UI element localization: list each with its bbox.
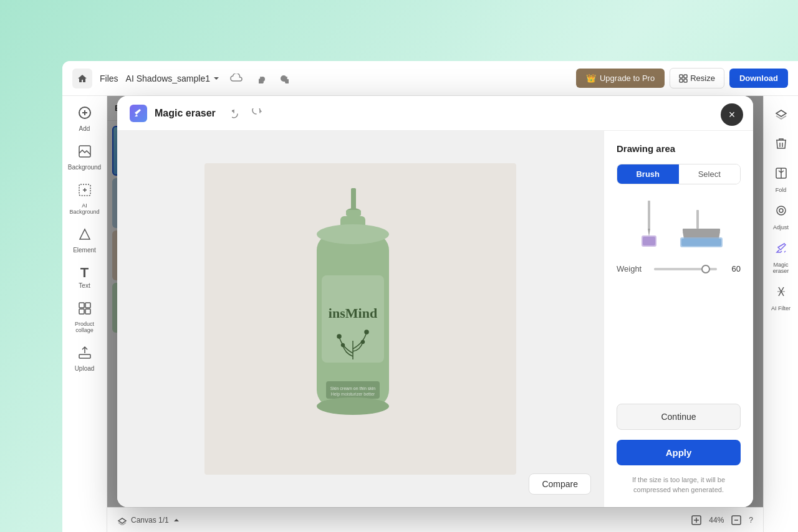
chevron-up-icon [173, 516, 180, 524]
ai-background-icon [78, 183, 92, 200]
svg-rect-41 [696, 210, 699, 229]
home-button[interactable] [72, 69, 92, 88]
sidebar-label-text: Text [79, 282, 90, 289]
svg-rect-45 [681, 239, 721, 246]
modal-close-button[interactable]: × [721, 103, 743, 126]
crown-icon: 👑 [586, 74, 596, 83]
svg-point-17 [779, 209, 783, 212]
magic-eraser-button[interactable] [769, 235, 794, 260]
fold-button[interactable] [769, 161, 794, 186]
upgrade-button[interactable]: 👑 Upgrade to Pro [576, 69, 665, 88]
element-icon [78, 227, 92, 244]
text-icon: T [80, 266, 89, 280]
adjust-label: Adjust [769, 224, 794, 230]
modal-redo-button[interactable] [248, 105, 266, 122]
svg-point-36 [317, 397, 389, 415]
fold-label: Fold [769, 187, 794, 193]
sidebar-item-text[interactable]: T Text [66, 261, 103, 294]
sidebar-item-ai-background[interactable]: AI Background [66, 178, 103, 220]
modal-title: Magic eraser [155, 108, 216, 119]
editor-window: Files AI Shadows_sample1 [62, 61, 798, 532]
top-bar-right: 👑 Upgrade to Pro Resize Download [576, 68, 788, 88]
right-sidebar: Fold Adjust Magic eraser [763, 96, 798, 532]
files-link[interactable]: Files [100, 74, 118, 83]
magic-eraser-modal: Magic eraser × [117, 96, 753, 507]
continue-button[interactable]: Continue [617, 404, 741, 430]
modal-body: insMind [117, 131, 753, 507]
adjust-button[interactable] [769, 198, 794, 223]
weight-row: Weight 60 [617, 264, 741, 273]
sidebar-item-element[interactable]: Element [66, 222, 103, 259]
svg-rect-37 [648, 201, 650, 229]
zoom-level: 44% [709, 516, 724, 525]
hard-brush-item[interactable] [676, 209, 726, 249]
magic-eraser-label: Magic eraser [764, 262, 798, 274]
fold-group: Fold [769, 161, 794, 193]
layers-button[interactable] [769, 101, 794, 126]
bottom-bar-right: 44% ? [691, 515, 753, 525]
sidebar-item-product-collage[interactable]: Product collage [66, 297, 103, 338]
zoom-icon [691, 515, 701, 525]
ai-filter-button[interactable] [769, 279, 794, 304]
canvas-info: Canvas 1/1 [117, 515, 180, 525]
modal-tool-icon [130, 105, 147, 122]
svg-point-29 [337, 335, 341, 338]
brush-icons-row [617, 194, 741, 254]
svg-text:Help moisturizer better: Help moisturizer better [331, 392, 375, 397]
svg-marker-9 [80, 229, 90, 239]
svg-rect-3 [684, 79, 687, 82]
sidebar-item-upload[interactable]: Upload [66, 341, 103, 377]
project-name[interactable]: AI Shadows_sample1 [126, 74, 220, 83]
sidebar-label-element: Element [73, 247, 96, 254]
ai-filter-group: AI Filter [769, 279, 794, 311]
svg-point-30 [365, 330, 368, 334]
brush-select-tabs: Brush Select [617, 164, 741, 184]
weight-label: Weight [617, 264, 648, 273]
delete-button[interactable] [769, 131, 794, 156]
product-image: insMind [204, 163, 516, 475]
sidebar-label-add: Add [79, 125, 90, 132]
modal-canvas: insMind [117, 131, 603, 507]
modal-undo-button[interactable] [228, 105, 246, 122]
sidebar-label-upload: Upload [75, 365, 95, 372]
soft-brush-item[interactable] [632, 199, 666, 249]
help-icon[interactable]: ? [749, 516, 753, 525]
undo-button[interactable] [255, 70, 272, 87]
sidebar-item-background[interactable]: Background [66, 140, 103, 176]
drawing-panel: Drawing area Brush Select [603, 131, 753, 507]
svg-rect-13 [85, 309, 90, 314]
download-button[interactable]: Download [729, 69, 788, 88]
product-collage-icon [78, 302, 92, 318]
svg-text:insMind: insMind [329, 305, 377, 321]
resize-button[interactable]: Resize [670, 68, 724, 88]
apply-button[interactable]: Apply [617, 440, 741, 465]
svg-point-16 [777, 206, 786, 215]
bottom-bar: Canvas 1/1 44% ? [107, 507, 763, 532]
history-controls [255, 70, 292, 87]
brush-tab[interactable]: Brush [617, 164, 679, 184]
magic-eraser-group: Magic eraser [764, 235, 798, 274]
layers-bottom-icon [117, 515, 127, 525]
select-tab[interactable]: Select [679, 164, 741, 184]
svg-rect-11 [85, 303, 90, 308]
modal-overlay: Magic eraser × [107, 96, 763, 507]
drawing-area-title: Drawing area [617, 143, 741, 154]
top-bar: Files AI Shadows_sample1 [62, 61, 798, 96]
svg-rect-42 [683, 229, 720, 232]
soft-brush-icon [632, 199, 666, 249]
upload-icon [78, 346, 92, 363]
sidebar-item-add[interactable]: Add [66, 101, 103, 137]
weight-slider[interactable] [654, 268, 717, 270]
svg-rect-1 [684, 75, 687, 78]
add-icon [78, 106, 92, 123]
product-bottle-svg: insMind [273, 182, 448, 456]
modal-history [228, 105, 266, 122]
compare-button[interactable]: Compare [529, 473, 591, 495]
svg-point-31 [342, 344, 345, 347]
svg-rect-2 [680, 79, 683, 82]
redo-button[interactable] [275, 70, 292, 87]
svg-rect-22 [346, 210, 361, 216]
svg-rect-14 [79, 354, 90, 358]
svg-text:Skin cream on thin skin: Skin cream on thin skin [330, 386, 375, 391]
svg-rect-0 [680, 75, 683, 78]
